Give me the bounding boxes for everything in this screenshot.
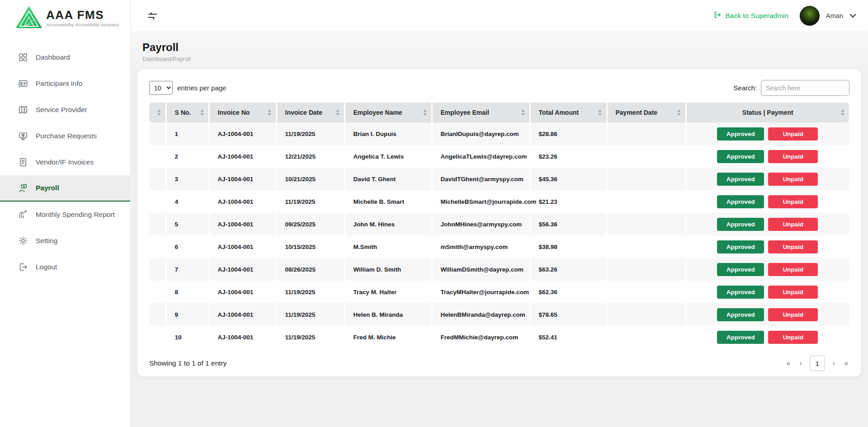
employee-email-cell: BrianIDupuis@dayrep.com [432,122,530,145]
approved-status-button[interactable]: Approved [717,218,764,231]
payment-date-cell [607,122,686,145]
column-header-blank[interactable] [149,103,166,122]
sidebar-item-service-provider[interactable]: Service Provider [0,97,130,123]
column-header-invoice-no[interactable]: Invoice No [209,103,276,122]
unpaid-payment-button[interactable]: Unpaid [768,195,818,208]
row-select-cell [149,122,166,145]
payment-date-cell [607,190,686,213]
row-select-cell [149,258,166,281]
row-select-cell [149,213,166,235]
sidebar: AAA FMS Accountability Accessibility Acc… [0,0,131,427]
total-amount-cell: $78.65 [530,303,607,326]
invoice-no-cell: AJ-1004-001 [209,303,276,326]
payroll-hand-money-icon [18,183,28,193]
sidebar-item-label: Payroll [36,184,59,192]
column-header-total-amount[interactable]: Total Amount [530,103,607,122]
invoice-date-cell: 10/15/2025 [276,235,344,258]
row-select-cell [149,235,166,258]
sidebar-item-vendor-if-invoices[interactable]: Vendor/IF Invoices [0,149,130,175]
unpaid-payment-button[interactable]: Unpaid [768,218,818,231]
sno-cell: 1 [166,122,209,145]
topbar: Back to Superadmin Aman [131,0,868,32]
dashboard-grid-icon [18,52,28,62]
approved-status-button[interactable]: Approved [717,263,764,276]
sno-cell: 4 [166,190,209,213]
employee-email-cell: WilliamDSmith@dayrep.com [432,258,530,281]
employee-name-cell: Angelica T. Lewis [344,145,432,168]
table-controls: 10 entries per page Search: [149,80,849,96]
unpaid-payment-button[interactable]: Unpaid [768,150,818,163]
invoice-date-cell: 12/21/2025 [276,145,344,168]
column-header-status-payment[interactable]: Status | Payment [686,103,849,122]
sort-arrows-icon [423,110,427,116]
approved-status-button[interactable]: Approved [717,173,764,186]
column-header-label: Total Amount [531,109,606,116]
user-name: Aman [826,12,843,19]
search-input[interactable] [761,80,849,96]
column-header-employee-name[interactable]: Employee Name [344,103,432,122]
payment-date-cell [607,258,686,281]
pagination-last-button[interactable]: » [843,359,849,367]
invoice-no-cell: AJ-1004-001 [209,190,276,213]
column-header-invoice-date[interactable]: Invoice Date [276,103,344,122]
sno-cell: 9 [166,303,209,326]
column-header-employee-email[interactable]: Employee Email [432,103,530,122]
sidebar-item-logout[interactable]: Logout [0,254,130,280]
avatar[interactable] [800,6,820,26]
approved-status-button[interactable]: Approved [717,240,764,253]
unpaid-payment-button[interactable]: Unpaid [768,308,818,321]
employee-email-cell: TracyMHalter@jourrapide.com [432,281,530,303]
unpaid-payment-button[interactable]: Unpaid [768,263,818,276]
unpaid-payment-button[interactable]: Unpaid [768,286,818,299]
sidebar-item-setting[interactable]: Setting [0,228,130,254]
back-to-superadmin-link[interactable]: Back to Superadmin [711,10,792,21]
column-header-payment-date[interactable]: Payment Date [607,103,686,122]
invoice-date-cell: 10/21/2025 [276,168,344,190]
sidebar-item-label: Dashboard [36,53,70,61]
sidebar-item-monthly-spending-report[interactable]: Monthly Spending Report [0,202,130,228]
sidebar-item-label: Service Provider [36,106,87,114]
sidebar-item-dashboard[interactable]: Dashboard [0,44,130,70]
total-amount-cell: $63.26 [530,258,607,281]
employee-name-cell: Michelle B. Smart [344,190,432,213]
pagination-prev-button[interactable]: ‹ [798,359,803,367]
sort-arrows-icon [521,110,525,116]
invoice-date-cell: 09/25/2025 [276,213,344,235]
unpaid-payment-button[interactable]: Unpaid [768,173,818,186]
approved-status-button[interactable]: Approved [717,195,764,208]
sort-arrows-icon [598,110,602,116]
approved-status-button[interactable]: Approved [717,331,764,344]
employee-name-cell: David T. Ghent [344,168,432,190]
page-size-select[interactable]: 10 [149,81,173,95]
unpaid-payment-button[interactable]: Unpaid [768,331,818,344]
chevron-down-icon[interactable] [849,12,856,20]
approved-status-button[interactable]: Approved [717,127,764,141]
status-payment-cell: ApprovedUnpaid [686,235,849,258]
sidebar-item-purchase-requests[interactable]: Purchase Requests [0,123,130,149]
sidebar-item-participant-info[interactable]: Participant Info [0,70,130,97]
user-menu[interactable]: Aman [800,6,856,26]
employee-email-cell: AngelicaTLewis@dayrep.com [432,145,530,168]
approved-status-button[interactable]: Approved [717,150,764,163]
pagination-next-button[interactable]: › [831,359,836,367]
approved-status-button[interactable]: Approved [717,308,764,321]
sno-cell: 7 [166,258,209,281]
approved-status-button[interactable]: Approved [717,286,764,299]
employee-name-cell: William D. Smith [344,258,432,281]
pagination-first-button[interactable]: « [785,359,792,367]
status-payment-cell: ApprovedUnpaid [686,213,849,235]
column-header-s-no[interactable]: S No. [166,103,209,122]
sidebar-toggle-icon[interactable] [146,9,160,23]
pagination-current-page[interactable]: 1 [810,356,825,371]
total-amount-cell: $45.36 [530,168,607,190]
sidebar-item-label: Logout [36,263,57,271]
employee-name-cell: Helen B. Miranda [344,303,432,326]
unpaid-payment-button[interactable]: Unpaid [768,127,818,141]
column-header-label: Employee Name [345,109,431,116]
unpaid-payment-button[interactable]: Unpaid [768,240,818,253]
payment-date-cell [607,213,686,235]
table-row: 7AJ-1004-00108/26/2025William D. SmithWi… [149,258,849,281]
table-row: 3AJ-1004-00110/21/2025David T. GhentDavi… [149,168,849,190]
total-amount-cell: $28.86 [530,122,607,145]
sidebar-item-payroll[interactable]: Payroll [0,175,130,202]
